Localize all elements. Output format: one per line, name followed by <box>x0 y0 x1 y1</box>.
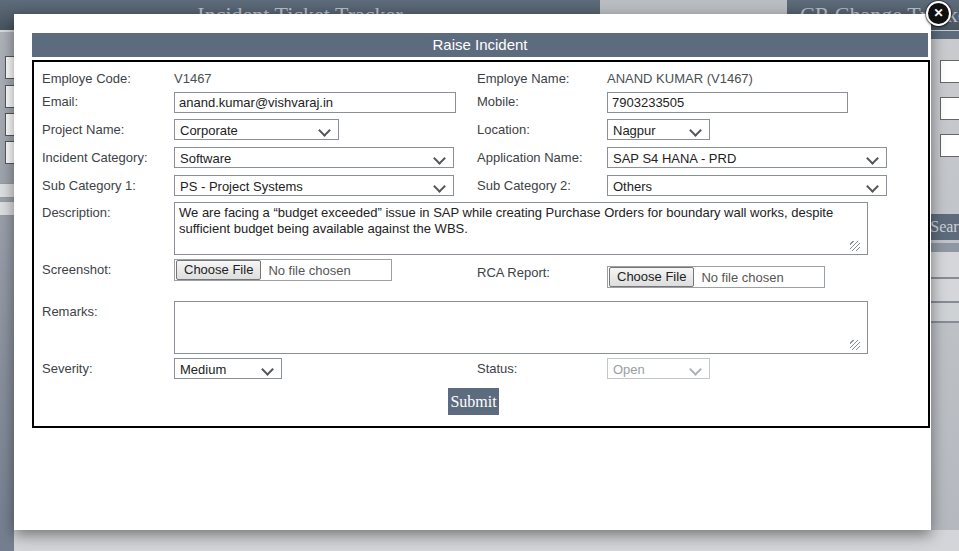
description-label: Description: <box>42 205 111 220</box>
background-header-fragment <box>931 31 959 39</box>
chevron-down-icon <box>866 152 879 165</box>
project-name-value: Corporate <box>180 123 238 138</box>
severity-select[interactable]: Medium <box>174 358 282 379</box>
screenshot-choose-file-button[interactable]: Choose File <box>176 260 261 280</box>
incident-category-select[interactable]: Software <box>174 147 454 168</box>
background-bottom-strip <box>14 530 959 551</box>
chevron-down-icon <box>866 180 879 193</box>
rca-report-file-input[interactable]: Choose File No file chosen <box>607 266 825 288</box>
sub-category-1-label: Sub Category 1: <box>42 178 136 193</box>
location-value: Nagpur <box>613 123 656 138</box>
raise-incident-form: Employe Code: V1467 Employe Name: ANAND … <box>32 60 930 428</box>
screenshot-file-status: No file chosen <box>268 263 350 278</box>
submit-button[interactable]: Submit <box>448 388 499 415</box>
employee-name-value: ANAND KUMAR (V1467) <box>607 71 753 86</box>
background-input-fragment <box>940 97 959 120</box>
email-label: Email: <box>42 94 78 109</box>
project-name-label: Project Name: <box>42 122 124 137</box>
location-label: Location: <box>477 122 530 137</box>
sub-category-1-value: PS - Project Systems <box>180 179 303 194</box>
email-field[interactable] <box>174 92 456 113</box>
sub-category-2-label: Sub Category 2: <box>477 178 571 193</box>
background-input-fragment <box>940 134 959 157</box>
employee-code-label: Employe Code: <box>42 71 131 86</box>
screen: Incident Ticket Tracker CR Change Tracke… <box>0 0 959 551</box>
application-name-select[interactable]: SAP S4 HANA - PRD <box>607 147 887 168</box>
severity-label: Severity: <box>42 361 93 376</box>
mobile-label: Mobile: <box>477 94 519 109</box>
incident-category-label: Incident Category: <box>42 150 148 165</box>
severity-value: Medium <box>180 362 226 377</box>
background-band <box>0 183 14 198</box>
chevron-down-icon <box>318 124 331 137</box>
chevron-down-icon <box>433 152 446 165</box>
raise-incident-modal: Raise Incident Employe Code: V1467 Emplo… <box>14 14 931 530</box>
application-name-label: Application Name: <box>477 150 583 165</box>
rca-report-label: RCA Report: <box>477 265 550 280</box>
description-textarea[interactable]: We are facing a “budget exceeded” issue … <box>174 202 868 255</box>
rca-report-file-status: No file chosen <box>701 270 783 285</box>
employee-name-label: Employe Name: <box>477 71 569 86</box>
chevron-down-icon <box>689 124 702 137</box>
screenshot-file-input[interactable]: Choose File No file chosen <box>174 259 392 281</box>
chevron-down-icon <box>689 363 702 376</box>
status-label: Status: <box>477 361 517 376</box>
remarks-textarea[interactable] <box>174 301 868 354</box>
background-input-fragment <box>940 60 959 83</box>
background-left-strip <box>0 32 14 551</box>
sub-category-2-select[interactable]: Others <box>607 175 887 196</box>
screenshot-label: Screenshot: <box>42 262 111 277</box>
background-table-row <box>931 252 959 279</box>
sub-category-2-value: Others <box>613 179 652 194</box>
background-row-divider <box>931 243 959 252</box>
project-name-select[interactable]: Corporate <box>174 119 339 140</box>
background-table-row <box>931 303 959 323</box>
incident-category-value: Software <box>180 151 231 166</box>
background-table-row <box>931 279 959 303</box>
close-icon[interactable]: ✕ <box>926 1 951 26</box>
chevron-down-icon <box>433 180 446 193</box>
rca-report-choose-file-button[interactable]: Choose File <box>609 267 694 287</box>
remarks-label: Remarks: <box>42 304 98 319</box>
location-select[interactable]: Nagpur <box>607 119 710 140</box>
background-band <box>0 201 14 216</box>
mobile-field[interactable] <box>607 92 848 113</box>
employee-code-value: V1467 <box>174 71 212 86</box>
sub-category-1-select[interactable]: PS - Project Systems <box>174 175 454 196</box>
status-value: Open <box>613 362 645 377</box>
chevron-down-icon <box>261 363 274 376</box>
status-select: Open <box>607 358 710 379</box>
modal-title: Raise Incident <box>32 33 928 57</box>
application-name-value: SAP S4 HANA - PRD <box>613 151 736 166</box>
